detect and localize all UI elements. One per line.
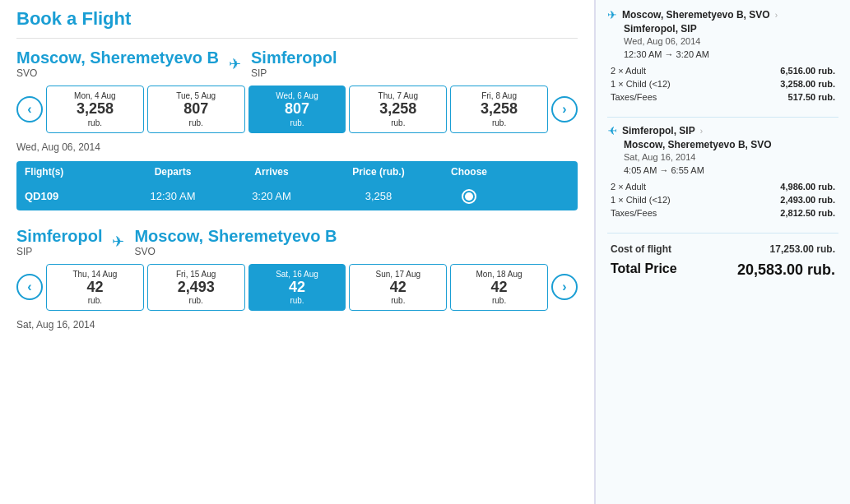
outbound-booking-section: ✈ Moscow, Sheremetyevo B, SVO › Simferop… xyxy=(607,8,838,104)
return-date-card-0[interactable]: Thu, 14 Aug42rub. xyxy=(46,264,144,312)
cost-of-flight-row: Cost of flight 17,253.00 rub. xyxy=(607,240,838,258)
outbound-child-row: 1 × Child (<12) 3,258.00 rub. xyxy=(607,77,838,90)
left-panel: Book a Flight Moscow, Sheremetyevo B SVO… xyxy=(0,0,595,504)
outbound-booking-route: ✈ Moscow, Sheremetyevo B, SVO › xyxy=(607,8,838,21)
return-selected-date: Sat, Aug 16, 2014 xyxy=(16,319,578,331)
return-tax-price: 2,812.50 rub. xyxy=(780,208,835,218)
outbound-date-card-4[interactable]: Fri, 8 Aug3,258rub. xyxy=(450,86,548,133)
flight-price: 3,258 xyxy=(321,190,436,202)
return-booking-to: Moscow, Sheremetyevo B, SVO xyxy=(624,139,772,150)
return-date-card-3[interactable]: Sun, 17 Aug42rub. xyxy=(349,264,447,312)
return-next-btn[interactable]: › xyxy=(551,274,578,300)
outbound-booking-time: 12:30 AM → 3:20 AM xyxy=(624,49,838,59)
page-title: Book a Flight xyxy=(16,8,578,39)
return-adult-row: 2 × Adult 4,986.00 rub. xyxy=(607,180,838,193)
outbound-date-cards: Mon, 4 Aug3,258rub.Tue, 5 Aug807rub.Wed,… xyxy=(46,86,548,133)
return-from-city: Simferopol xyxy=(16,227,102,246)
right-panel: ✈ Moscow, Sheremetyevo B, SVO › Simferop… xyxy=(595,0,850,504)
return-adult-label: 2 × Adult xyxy=(611,182,646,192)
return-booking-date: Sat, Aug 16, 2014 xyxy=(624,152,838,162)
outbound-booking-date: Wed, Aug 06, 2014 xyxy=(624,36,838,46)
outbound-adult-row: 2 × Adult 6,516.00 rub. xyxy=(607,64,838,77)
return-booking-time: 4:05 AM → 6:55 AM xyxy=(624,165,838,175)
return-date-card-1[interactable]: Fri, 15 Aug2,493rub. xyxy=(147,264,245,312)
divider-2 xyxy=(607,233,838,234)
outbound-adult-label: 2 × Adult xyxy=(611,66,646,76)
outbound-from-city: Moscow, Sheremetyevo B xyxy=(16,49,219,67)
return-booking-arrow: › xyxy=(700,127,703,136)
outbound-booking-to-row: Simferopol, SIP xyxy=(624,23,838,35)
col-price: Price (rub.) xyxy=(321,166,436,178)
return-arrow-icon: ✈ xyxy=(112,233,124,251)
return-child-row: 1 × Child (<12) 2,493.00 rub. xyxy=(607,193,838,206)
return-booking-icon: ✈ xyxy=(607,124,617,137)
outbound-tax-row: Taxes/Fees 517.50 rub. xyxy=(607,90,838,104)
col-arrives: Arrives xyxy=(222,166,321,178)
outbound-prev-btn[interactable]: ‹ xyxy=(16,96,43,123)
outbound-adult-price: 6,516.00 rub. xyxy=(780,66,835,76)
cost-of-flight-label: Cost of flight xyxy=(611,243,671,255)
outbound-date-card-1[interactable]: Tue, 5 Aug807rub. xyxy=(147,86,245,133)
flight-table-row[interactable]: QD109 12:30 AM 3:20 AM 3,258 xyxy=(16,183,578,210)
outbound-booking-to: Simferopol, SIP xyxy=(624,23,697,35)
outbound-to-code: SIP xyxy=(251,67,337,79)
outbound-date-card-2[interactable]: Wed, 6 Aug807rub. xyxy=(248,86,346,133)
flight-radio[interactable] xyxy=(462,189,476,204)
total-price-row: Total Price 20,583.00 rub. xyxy=(607,258,838,282)
total-price-value: 20,583.00 rub. xyxy=(737,261,835,279)
outbound-from-code: SVO xyxy=(16,67,219,79)
outbound-tax-label: Taxes/Fees xyxy=(611,92,657,102)
cost-of-flight-value: 17,253.00 rub. xyxy=(770,243,835,255)
return-child-label: 1 × Child (<12) xyxy=(611,195,671,205)
outbound-selected-date: Wed, Aug 06, 2014 xyxy=(16,141,578,153)
outbound-date-card-3[interactable]: Thu, 7 Aug3,258rub. xyxy=(349,86,447,133)
outbound-to-city: Simferopol xyxy=(251,49,337,67)
return-adult-price: 4,986.00 rub. xyxy=(780,182,835,192)
total-price-label: Total Price xyxy=(611,261,677,279)
return-booking-from: Simferopol, SIP xyxy=(622,125,695,136)
return-booking-route: ✈ Simferopol, SIP › xyxy=(607,124,838,137)
return-to-city: Moscow, Sheremetyevo B xyxy=(134,227,337,246)
outbound-booking-icon: ✈ xyxy=(607,8,617,21)
outbound-tax-price: 517.50 rub. xyxy=(788,92,835,102)
outbound-arrow-icon: ✈ xyxy=(229,55,241,73)
col-departs: Departs xyxy=(123,166,222,178)
return-child-price: 2,493.00 rub. xyxy=(780,195,835,205)
return-booking-section: ✈ Simferopol, SIP › Moscow, Sheremetyevo… xyxy=(607,124,838,220)
return-tax-label: Taxes/Fees xyxy=(611,208,657,218)
return-to-code: SVO xyxy=(134,246,337,257)
outbound-child-price: 3,258.00 rub. xyxy=(780,79,835,89)
return-date-selector: ‹ Thu, 14 Aug42rub.Fri, 15 Aug2,493rub.S… xyxy=(16,264,578,312)
col-flight: Flight(s) xyxy=(25,166,123,178)
outbound-date-selector: ‹ Mon, 4 Aug3,258rub.Tue, 5 Aug807rub.We… xyxy=(16,86,578,133)
divider-1 xyxy=(607,117,838,118)
outbound-booking-arrow: › xyxy=(775,11,778,20)
return-from-code: SIP xyxy=(16,246,102,257)
flight-arrives: 3:20 AM xyxy=(222,190,321,202)
return-date-card-2[interactable]: Sat, 16 Aug42rub. xyxy=(248,264,346,312)
return-date-cards: Thu, 14 Aug42rub.Fri, 15 Aug2,493rub.Sat… xyxy=(46,264,548,312)
col-choose: Choose xyxy=(436,166,502,178)
flight-number: QD109 xyxy=(25,190,123,202)
outbound-child-label: 1 × Child (<12) xyxy=(611,79,671,89)
outbound-route-header: Moscow, Sheremetyevo B SVO ✈ Simferopol … xyxy=(16,49,578,79)
return-tax-row: Taxes/Fees 2,812.50 rub. xyxy=(607,206,838,220)
flight-departs: 12:30 AM xyxy=(123,190,222,202)
return-date-card-4[interactable]: Mon, 18 Aug42rub. xyxy=(450,264,548,312)
outbound-next-btn[interactable]: › xyxy=(551,96,578,123)
flight-select[interactable] xyxy=(436,189,502,204)
outbound-booking-from: Moscow, Sheremetyevo B, SVO xyxy=(622,9,770,21)
return-prev-btn[interactable]: ‹ xyxy=(16,274,43,300)
outbound-date-card-0[interactable]: Mon, 4 Aug3,258rub. xyxy=(46,86,144,133)
return-booking-to-row: Moscow, Sheremetyevo B, SVO xyxy=(624,139,838,150)
flight-table-header: Flight(s) Departs Arrives Price (rub.) C… xyxy=(16,161,578,183)
return-route-header: Simferopol SIP ✈ Moscow, Sheremetyevo B … xyxy=(16,227,578,257)
